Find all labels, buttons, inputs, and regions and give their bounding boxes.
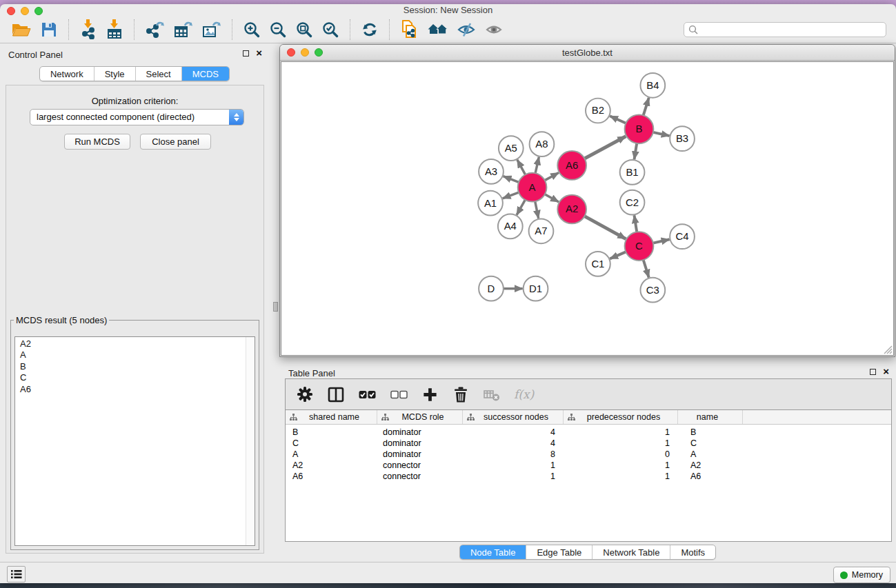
- edge-A-A4[interactable]: [517, 200, 525, 215]
- tab-select[interactable]: Select: [136, 67, 182, 81]
- save-session-button[interactable]: [36, 18, 62, 41]
- edge-C-C4[interactable]: [653, 239, 670, 243]
- cell-predecessor-nodes[interactable]: 1: [564, 460, 678, 470]
- edge-B-B4[interactable]: [644, 98, 649, 116]
- cell-successor-nodes[interactable]: 1: [463, 460, 564, 470]
- tab-style[interactable]: Style: [94, 67, 136, 81]
- select-all-columns-button[interactable]: [356, 383, 379, 406]
- close-panel-icon[interactable]: ×: [256, 50, 262, 57]
- close-panel-icon[interactable]: ×: [883, 368, 889, 375]
- cell-predecessor-nodes[interactable]: 0: [564, 449, 678, 459]
- scrollbar-track[interactable]: [246, 337, 255, 545]
- tab-network[interactable]: Network: [40, 67, 94, 81]
- edge-B-B3[interactable]: [653, 132, 670, 136]
- edge-A-A5[interactable]: [517, 160, 526, 175]
- edge-C-C2[interactable]: [634, 215, 637, 232]
- task-history-button[interactable]: [7, 566, 26, 582]
- cell-mcds-role[interactable]: dominator: [377, 438, 463, 448]
- cell-predecessor-nodes[interactable]: 1: [564, 438, 678, 448]
- clone-network-button[interactable]: [396, 18, 423, 41]
- cell-shared-name[interactable]: B: [286, 427, 377, 437]
- cell-shared-name[interactable]: A: [286, 449, 377, 459]
- column-header-successor-nodes[interactable]: successor nodes: [463, 410, 564, 424]
- cell-name[interactable]: A2: [678, 460, 743, 470]
- cell-predecessor-nodes[interactable]: 1: [564, 427, 678, 437]
- cell-mcds-role[interactable]: dominator: [377, 427, 463, 437]
- cell-mcds-role[interactable]: connector: [377, 472, 463, 481]
- column-header-shared-name[interactable]: shared name: [286, 410, 377, 424]
- zoom-in-button[interactable]: [239, 18, 265, 41]
- cell-name[interactable]: A6: [678, 472, 743, 481]
- table-row[interactable]: A6 connector 1 1 A6: [286, 471, 891, 482]
- cell-successor-nodes[interactable]: 1: [463, 472, 564, 481]
- float-panel-icon[interactable]: [243, 50, 249, 57]
- mcds-result-list[interactable]: A2 A B C A6: [14, 336, 255, 546]
- cell-name[interactable]: A: [678, 449, 743, 459]
- search-field[interactable]: [684, 22, 886, 37]
- cell-name[interactable]: C: [678, 438, 743, 448]
- list-item[interactable]: B: [20, 361, 245, 372]
- cell-successor-nodes[interactable]: 8: [463, 449, 564, 459]
- minimize-window-button[interactable]: [21, 7, 29, 15]
- cell-shared-name[interactable]: C: [286, 438, 377, 448]
- edge-B-B1[interactable]: [634, 143, 637, 159]
- delete-column-button[interactable]: [450, 383, 472, 406]
- edge-A-A6[interactable]: [545, 172, 559, 180]
- tab-network-table[interactable]: Network Table: [593, 545, 670, 559]
- vertical-split-handle[interactable]: [273, 302, 278, 312]
- column-header-name[interactable]: name: [678, 410, 743, 424]
- zoom-window-button[interactable]: [34, 7, 43, 15]
- export-image-button[interactable]: [197, 18, 226, 41]
- list-item[interactable]: A6: [20, 384, 245, 395]
- table-settings-button[interactable]: [294, 383, 316, 406]
- network-canvas[interactable]: B4B2BB3A8A5A6A3B1AC2A1A2A4A7C4CC1DD1C3: [281, 61, 894, 356]
- close-window-button[interactable]: [287, 48, 295, 57]
- close-window-button[interactable]: [7, 7, 15, 15]
- zoom-selected-button[interactable]: [317, 18, 344, 41]
- import-network-button[interactable]: [75, 18, 101, 41]
- column-header-predecessor-nodes[interactable]: predecessor nodes: [564, 410, 678, 424]
- cell-name[interactable]: B: [678, 427, 743, 437]
- split-view-button[interactable]: [325, 383, 347, 406]
- edge-C-C1[interactable]: [610, 252, 626, 258]
- tab-edge-table[interactable]: Edge Table: [526, 545, 593, 559]
- edge-A-A7[interactable]: [535, 201, 539, 219]
- close-panel-button[interactable]: Close panel: [140, 134, 211, 150]
- memory-button[interactable]: Memory: [833, 567, 890, 583]
- cell-successor-nodes[interactable]: 4: [463, 438, 564, 448]
- deselect-all-columns-button[interactable]: [388, 383, 410, 406]
- edge-A-A3[interactable]: [504, 176, 519, 183]
- table-row[interactable]: C dominator 4 1 C: [286, 438, 891, 449]
- table-row[interactable]: A2 connector 1 1 A2: [286, 460, 891, 471]
- export-table-button[interactable]: [169, 18, 197, 41]
- zoom-fit-button[interactable]: [291, 18, 317, 41]
- edge-B-B2[interactable]: [610, 116, 626, 123]
- table-row[interactable]: A dominator 8 0 A: [286, 449, 891, 460]
- tab-motifs[interactable]: Motifs: [670, 545, 715, 559]
- zoom-out-button[interactable]: [265, 18, 291, 41]
- list-item[interactable]: C: [20, 372, 245, 383]
- tab-mcds[interactable]: MCDS: [182, 67, 229, 81]
- network-overview-button[interactable]: [423, 18, 452, 41]
- cell-shared-name[interactable]: A6: [286, 472, 377, 481]
- cell-shared-name[interactable]: A2: [286, 460, 377, 470]
- edge-A2-C[interactable]: [584, 216, 626, 239]
- search-input[interactable]: [701, 24, 882, 34]
- edge-A-A2[interactable]: [545, 194, 559, 202]
- tab-node-table[interactable]: Node Table: [460, 545, 527, 559]
- table-row[interactable]: B dominator 4 1 B: [286, 427, 891, 438]
- resize-grip[interactable]: [882, 343, 893, 354]
- cell-predecessor-nodes[interactable]: 1: [564, 472, 678, 481]
- minimize-window-button[interactable]: [301, 48, 309, 57]
- hide-details-button[interactable]: [480, 18, 508, 41]
- column-header-mcds-role[interactable]: MCDS role: [377, 410, 463, 424]
- import-table-button[interactable]: [101, 18, 128, 41]
- open-file-button[interactable]: [7, 18, 36, 41]
- float-panel-icon[interactable]: [870, 369, 876, 375]
- edge-A-A8[interactable]: [535, 157, 539, 174]
- edge-A-A1[interactable]: [503, 192, 519, 199]
- add-column-button[interactable]: [419, 383, 441, 406]
- cell-mcds-role[interactable]: connector: [377, 460, 463, 470]
- export-network-button[interactable]: [141, 18, 169, 41]
- edge-C-C3[interactable]: [644, 260, 649, 278]
